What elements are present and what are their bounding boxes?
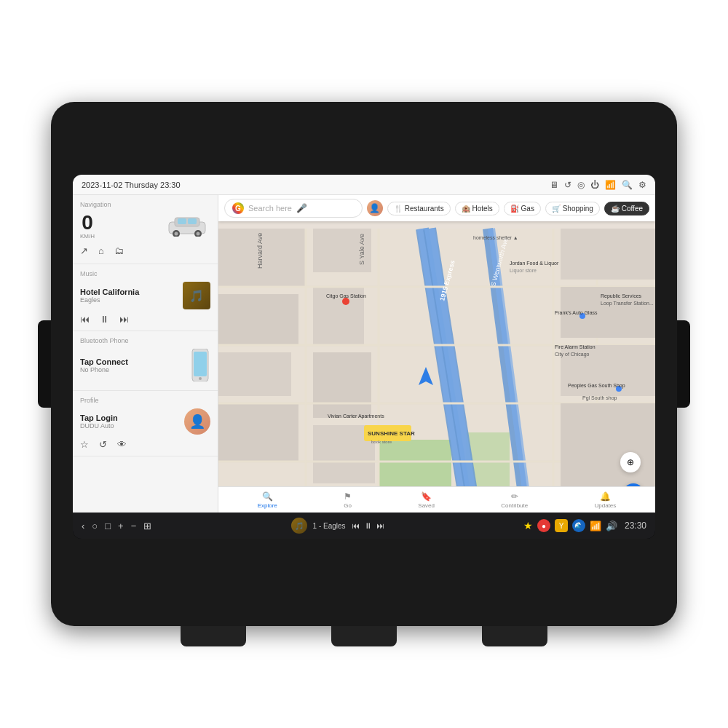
svg-text:Loop Transfer Station...: Loop Transfer Station... bbox=[601, 301, 654, 306]
sys-music-track: 1 - Eagles bbox=[313, 522, 346, 530]
svg-text:Harvard Ave: Harvard Ave bbox=[256, 233, 264, 269]
sys-music-group: 🎵 1 - Eagles ⏮ ⏸ ⏭ bbox=[291, 518, 384, 534]
music-artist: Eagles bbox=[80, 296, 177, 304]
svg-text:S Yale Ave: S Yale Ave bbox=[358, 234, 365, 265]
music-info: Hotel California Eagles bbox=[80, 288, 177, 304]
nav-arrow-icon[interactable]: ↗ bbox=[80, 245, 88, 256]
back-button[interactable]: ‹ bbox=[82, 521, 84, 531]
nav-saved[interactable]: 🔖 Saved bbox=[412, 491, 440, 509]
nav-bookmark-icon[interactable]: 🗂 bbox=[114, 245, 124, 256]
sys-app1-icon[interactable]: ● bbox=[537, 519, 550, 532]
contribute-label: Contribute bbox=[501, 502, 528, 509]
grid-button[interactable]: ⊞ bbox=[143, 521, 151, 531]
updates-label: Updates bbox=[595, 502, 617, 509]
sys-music-avatar: 🎵 bbox=[291, 518, 307, 534]
speed-value: 0 bbox=[82, 213, 93, 233]
sys-app2-icon[interactable]: Y bbox=[555, 519, 568, 532]
sys-prev-icon[interactable]: ⏮ bbox=[352, 521, 360, 530]
car-head-unit: 2023-11-02 Thursday 23:30 🖥 ↺ ◎ ⏻ 📶 🔍 ⚙ … bbox=[51, 102, 677, 626]
saved-label: Saved bbox=[418, 502, 435, 509]
filter-restaurants[interactable]: 🍴 Restaurants bbox=[387, 202, 451, 215]
search-icon[interactable]: 🔍 bbox=[622, 180, 633, 190]
sys-next-icon[interactable]: ⏭ bbox=[376, 521, 384, 530]
svg-text:book store: book store bbox=[371, 440, 392, 444]
sys-time: 23:30 bbox=[625, 521, 646, 531]
svg-rect-2 bbox=[178, 218, 186, 224]
play-pause-icon[interactable]: ⏸ bbox=[100, 314, 109, 325]
svg-rect-15 bbox=[218, 352, 291, 396]
profile-name: Tap Login bbox=[80, 414, 178, 422]
profile-star-icon[interactable]: ☆ bbox=[80, 439, 89, 450]
profile-refresh-icon[interactable]: ↺ bbox=[99, 439, 107, 450]
svg-text:SUNSHINE STAR: SUNSHINE STAR bbox=[368, 430, 415, 437]
profile-sub: DUDU Auto bbox=[80, 422, 178, 430]
power-icon[interactable]: ⏻ bbox=[590, 180, 599, 190]
svg-rect-18 bbox=[313, 352, 371, 418]
recents-button[interactable]: □ bbox=[105, 521, 111, 531]
nav-contribute[interactable]: ✏ Contribute bbox=[495, 491, 534, 509]
nav-go[interactable]: ⚑ Go bbox=[338, 491, 357, 509]
profile-controls: ☆ ↺ 👁 bbox=[80, 439, 210, 450]
svg-rect-20 bbox=[379, 440, 451, 491]
nav-updates[interactable]: 🔔 Updates bbox=[589, 491, 622, 509]
map-area: G Search here 🎤 👤 🍴 Restaurants 🏨 Hotels… bbox=[218, 195, 655, 513]
svg-text:Peoples Gas South Shop: Peoples Gas South Shop bbox=[568, 383, 625, 389]
profile-avatar: 👤 bbox=[184, 408, 210, 435]
speed-unit: KM/H bbox=[80, 233, 95, 240]
speed-display: 0 KM/H bbox=[80, 213, 95, 240]
map-toolbar: G Search here 🎤 👤 🍴 Restaurants 🏨 Hotels… bbox=[218, 195, 655, 221]
map-layers-button[interactable]: ⊕ bbox=[620, 452, 641, 472]
display-icon[interactable]: 🖥 bbox=[550, 180, 558, 190]
bt-title: Tap Connect bbox=[80, 357, 184, 366]
next-track-icon[interactable]: ⏭ bbox=[119, 314, 129, 325]
screen-content: Navigation 0 KM/H bbox=[73, 195, 655, 513]
bt-status: No Phone bbox=[80, 366, 184, 373]
go-label: Go bbox=[344, 502, 352, 509]
profile-eye-icon[interactable]: 👁 bbox=[117, 439, 127, 450]
profile-section: Profile Tap Login DUDU Auto 👤 ☆ ↺ 👁 bbox=[73, 391, 218, 456]
sys-music-controls: ⏮ ⏸ ⏭ bbox=[352, 521, 384, 530]
filter-shopping[interactable]: 🛒 Shopping bbox=[545, 202, 600, 215]
svg-text:Liquor store: Liquor store bbox=[510, 268, 537, 274]
settings-icon[interactable]: ⚙ bbox=[638, 180, 646, 190]
search-placeholder: Search here bbox=[248, 204, 292, 213]
nav-explore[interactable]: 🔍 Explore bbox=[252, 491, 283, 509]
svg-rect-30 bbox=[561, 229, 655, 280]
wifi-icon[interactable]: 📶 bbox=[605, 180, 616, 190]
svg-point-5 bbox=[175, 232, 178, 235]
contribute-icon: ✏ bbox=[511, 491, 518, 502]
sys-volume-icon[interactable]: 🔊 bbox=[606, 521, 617, 531]
filter-hotels[interactable]: 🏨 Hotels bbox=[455, 202, 499, 215]
svg-rect-3 bbox=[188, 218, 197, 224]
map-search-bar[interactable]: G Search here 🎤 bbox=[224, 199, 363, 218]
nav-controls: ↗ ⌂ 🗂 bbox=[80, 244, 210, 258]
profile-info: Tap Login DUDU Auto bbox=[80, 414, 178, 430]
sys-wifi-icon[interactable]: 📶 bbox=[590, 521, 601, 531]
explore-icon: 🔍 bbox=[262, 491, 273, 502]
add-button[interactable]: + bbox=[118, 521, 124, 531]
prev-track-icon[interactable]: ⏮ bbox=[80, 314, 90, 325]
mount-right bbox=[482, 626, 547, 646]
sys-pause-icon[interactable]: ⏸ bbox=[364, 521, 372, 530]
user-avatar[interactable]: 👤 bbox=[367, 200, 383, 216]
minus-button[interactable]: − bbox=[131, 521, 137, 531]
sys-app3-icon[interactable]: 🌊 bbox=[572, 519, 585, 532]
left-panel: Navigation 0 KM/H bbox=[73, 195, 218, 513]
svg-text:Vivian Carter Apartments: Vivian Carter Apartments bbox=[328, 414, 384, 419]
music-controls: ⏮ ⏸ ⏭ bbox=[80, 314, 210, 325]
nav-home-icon[interactable]: ⌂ bbox=[98, 245, 104, 256]
mic-icon[interactable]: 🎤 bbox=[296, 203, 307, 213]
refresh-icon[interactable]: ↺ bbox=[564, 180, 571, 190]
svg-point-7 bbox=[197, 232, 200, 235]
sys-star-icon[interactable]: ★ bbox=[523, 520, 533, 531]
svg-point-38 bbox=[342, 298, 349, 305]
profile-label: Profile bbox=[80, 397, 210, 404]
system-bar: ‹ ○ □ + − ⊞ 🎵 1 - Eagles ⏮ ⏸ ⏭ ★ ● Y bbox=[73, 513, 655, 539]
home-button[interactable]: ○ bbox=[92, 521, 98, 531]
filter-coffee[interactable]: ☕ Coffee bbox=[604, 202, 649, 215]
music-thumbnail: 🎵 bbox=[183, 282, 210, 309]
svg-text:Frank's Auto Glass: Frank's Auto Glass bbox=[555, 310, 598, 315]
target-icon[interactable]: ◎ bbox=[577, 180, 585, 190]
svg-rect-33 bbox=[561, 403, 655, 498]
filter-gas[interactable]: ⛽ Gas bbox=[504, 202, 541, 215]
